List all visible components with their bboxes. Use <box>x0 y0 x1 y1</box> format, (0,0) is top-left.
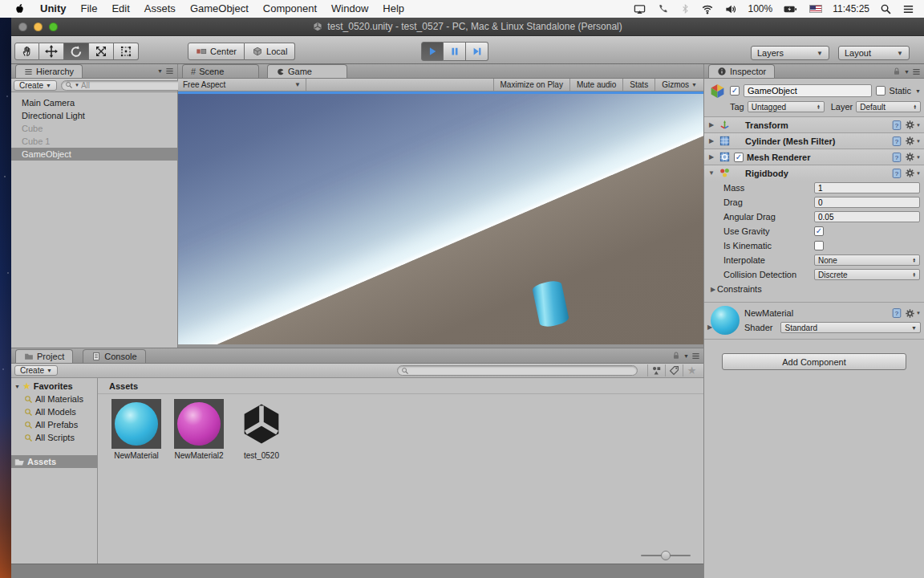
tag-dropdown[interactable]: Untagged ▲▼ <box>748 101 825 112</box>
aspect-dropdown[interactable]: Free Aspect▼ <box>178 79 306 92</box>
interpolate-dropdown[interactable]: None ▲▼ <box>814 254 920 266</box>
tab-console[interactable]: Console <box>83 349 145 363</box>
hierarchy-item-gameobject[interactable]: GameObject <box>11 148 177 161</box>
airplay-display-icon[interactable] <box>633 3 646 15</box>
gear-icon[interactable] <box>905 120 915 130</box>
minimize-button[interactable] <box>34 22 43 31</box>
volume-icon[interactable] <box>724 3 737 15</box>
menu-component[interactable]: Component <box>256 0 324 18</box>
gear-icon[interactable] <box>905 136 915 146</box>
project-panel-menu[interactable]: ▼ <box>671 351 700 360</box>
disclosure-triangle[interactable]: ▶ <box>707 153 715 161</box>
menu-assets[interactable]: Assets <box>137 0 183 18</box>
pivot-toggle-button[interactable]: Center <box>188 43 245 60</box>
gear-icon[interactable] <box>905 308 915 319</box>
project-search-input[interactable] <box>411 366 634 375</box>
step-button[interactable] <box>466 42 488 61</box>
play-button[interactable] <box>421 42 444 61</box>
mesh-filter-header[interactable]: ▶ Cylinder (Mesh Filter) ▼ <box>704 133 924 149</box>
static-checkbox[interactable]: ✓ <box>876 86 886 96</box>
add-component-button[interactable]: Add Component <box>722 353 906 370</box>
menu-help[interactable]: Help <box>375 0 411 18</box>
static-dropdown-caret[interactable]: ▼ <box>915 88 921 94</box>
project-search[interactable] <box>397 365 638 376</box>
tab-scene[interactable]: # Scene <box>182 64 259 78</box>
help-icon[interactable] <box>891 307 902 319</box>
bluetooth-icon[interactable] <box>680 3 691 14</box>
gizmos-dropdown[interactable]: Gizmos▼ <box>654 79 703 92</box>
hierarchy-item-main-camera[interactable]: Main Camera <box>11 96 177 109</box>
menubar-clock[interactable]: 11:45:25 <box>833 3 869 14</box>
disclosure-triangle[interactable]: ▶ <box>707 121 715 128</box>
tree-all-prefabs[interactable]: All Prefabs <box>11 418 97 431</box>
tree-assets-folder[interactable]: Assets <box>11 455 97 468</box>
rotate-tool-button[interactable] <box>64 43 89 60</box>
tab-game[interactable]: Game <box>267 64 347 78</box>
rigidbody-header[interactable]: ▼ Rigidbody ▼ <box>704 165 924 181</box>
layers-dropdown[interactable]: Layers▼ <box>751 46 829 60</box>
transform-header[interactable]: ▶ Transform ▼ <box>704 117 924 132</box>
help-icon[interactable] <box>891 120 902 131</box>
hierarchy-create-button[interactable]: Create▼ <box>14 80 57 91</box>
search-by-label-button[interactable] <box>665 364 683 377</box>
help-icon[interactable] <box>891 168 902 179</box>
hierarchy-panel-menu[interactable]: ▼ <box>157 67 174 75</box>
tree-all-models[interactable]: All Models <box>11 405 97 418</box>
phone-icon[interactable] <box>657 3 670 15</box>
hierarchy-item-directional-light[interactable]: Directional Light <box>11 109 177 122</box>
space-toggle-button[interactable]: Local <box>245 43 295 60</box>
tab-project[interactable]: Project <box>15 349 73 363</box>
maximize-on-play-button[interactable]: Maximize on Play <box>493 79 569 92</box>
save-search-button[interactable]: ★ <box>683 364 700 377</box>
collision-detection-dropdown[interactable]: Discrete ▲▼ <box>814 269 920 280</box>
angular-drag-field[interactable] <box>814 211 920 222</box>
layout-dropdown[interactable]: Layout▼ <box>838 46 910 60</box>
asset-newmaterial2[interactable]: NewMaterial2 <box>174 399 224 460</box>
stats-button[interactable]: Stats <box>622 79 654 92</box>
tab-hierarchy[interactable]: Hierarchy <box>15 64 83 78</box>
gameobject-name-field[interactable] <box>744 84 872 97</box>
input-language-flag[interactable] <box>809 5 822 13</box>
game-render-area[interactable] <box>178 94 703 344</box>
window-titlebar[interactable]: test_0520.unity - test_0527 - PC, Mac & … <box>11 18 924 36</box>
tree-all-scripts[interactable]: All Scripts <box>11 431 97 444</box>
menu-app-name[interactable]: Unity <box>33 0 74 18</box>
menu-edit[interactable]: Edit <box>104 0 136 18</box>
layer-dropdown[interactable]: Default ▲▼ <box>856 101 921 112</box>
project-create-button[interactable]: Create▼ <box>14 365 58 376</box>
search-by-type-button[interactable] <box>647 364 665 377</box>
close-button[interactable] <box>18 22 27 31</box>
slider-thumb[interactable] <box>661 551 671 560</box>
mass-field[interactable] <box>814 182 920 193</box>
mesh-renderer-enabled-checkbox[interactable]: ✓ <box>734 153 744 162</box>
is-kinematic-checkbox[interactable]: ✓ <box>814 241 824 250</box>
notification-center-icon[interactable] <box>902 3 914 15</box>
constraints-row[interactable]: ▶ Constraints <box>704 282 924 296</box>
scale-tool-button[interactable] <box>89 43 114 60</box>
tree-all-materials[interactable]: All Materials <box>11 393 97 405</box>
disclosure-triangle[interactable]: ▶ <box>706 324 714 331</box>
hierarchy-search-input[interactable] <box>81 81 187 90</box>
drag-field[interactable] <box>814 197 920 208</box>
wifi-icon[interactable] <box>701 3 714 15</box>
gear-icon[interactable] <box>905 168 915 178</box>
mesh-renderer-header[interactable]: ▶ ✓ Mesh Renderer ▼ <box>704 149 924 165</box>
rect-tool-button[interactable] <box>114 43 139 60</box>
menu-window[interactable]: Window <box>324 0 375 18</box>
inspector-panel-menu[interactable]: ▼ <box>892 67 921 76</box>
move-tool-button[interactable] <box>39 43 64 60</box>
disclosure-triangle[interactable]: ▼ <box>14 384 20 389</box>
hand-tool-button[interactable] <box>14 43 39 60</box>
zoom-button[interactable] <box>49 22 58 31</box>
disclosure-triangle[interactable]: ▶ <box>709 286 717 293</box>
spotlight-search-icon[interactable] <box>880 3 892 15</box>
menu-gameobject[interactable]: GameObject <box>183 0 256 18</box>
tree-favorites[interactable]: ▼ ★ Favorites <box>11 380 97 393</box>
active-checkbox[interactable]: ✓ <box>730 86 740 96</box>
disclosure-triangle[interactable]: ▼ <box>707 169 715 177</box>
pause-button[interactable] <box>444 42 466 61</box>
hierarchy-item-cube-1[interactable]: Cube 1 <box>11 135 177 148</box>
asset-newmaterial[interactable]: NewMaterial <box>111 399 161 460</box>
apple-menu[interactable] <box>6 3 33 15</box>
shader-dropdown[interactable]: Standard ▼ <box>780 322 921 333</box>
